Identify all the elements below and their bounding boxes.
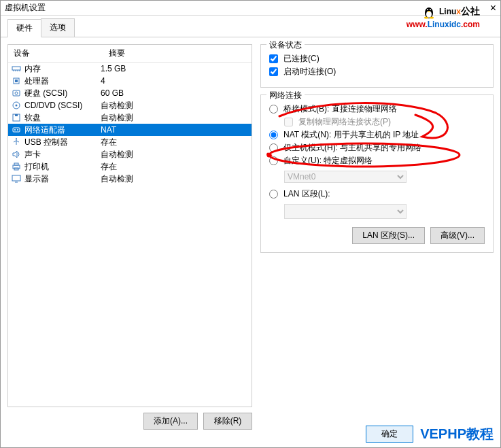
network-title: 网络连接 — [266, 90, 305, 101]
device-name: USB 控制器 — [24, 137, 68, 148]
floppy-icon — [11, 113, 22, 122]
device-row[interactable]: CD/DVD (SCSI) 自动检测 — [8, 99, 252, 111]
nat-label: NAT 模式(N): 用于共享主机的 IP 地址 — [283, 129, 419, 141]
device-name: 硬盘 (SCSI) — [24, 88, 67, 99]
logo-watermark: Linux公社 www.Linuxidc.com — [407, 2, 480, 29]
col-summary-header[interactable]: 摘要 — [103, 45, 252, 62]
bridged-radio[interactable] — [269, 105, 278, 114]
device-summary: 60 GB — [101, 88, 249, 98]
vmnet-select: VMnet0 — [284, 171, 407, 183]
connected-checkbox[interactable] — [269, 54, 278, 63]
device-row[interactable]: 网络适配器 NAT — [8, 124, 252, 136]
hostonly-radio[interactable] — [269, 143, 278, 152]
custom-radio[interactable] — [269, 156, 278, 165]
device-status-title: 设备状态 — [266, 39, 305, 51]
svg-rect-26 — [12, 175, 20, 181]
connected-label: 已连接(C) — [283, 53, 319, 65]
replicate-label: 复制物理网络连接状态(P) — [298, 116, 391, 128]
device-name: 处理器 — [24, 75, 49, 87]
bridged-label: 桥接模式(B): 直接连接物理网络 — [283, 103, 397, 115]
memory-icon — [11, 64, 22, 73]
device-name: 网络适配器 — [24, 124, 65, 136]
device-name: CD/DVD (SCSI) — [24, 101, 82, 110]
device-row[interactable]: 软盘 自动检测 — [8, 111, 252, 124]
lan-segment-select — [284, 204, 407, 219]
svg-point-3 — [430, 9, 431, 10]
replicate-checkbox — [284, 118, 293, 126]
device-row[interactable]: 硬盘 (SCSI) 60 GB — [8, 87, 252, 99]
remove-button[interactable]: 移除(R) — [203, 413, 252, 430]
usb-icon — [11, 137, 22, 147]
svg-point-22 — [16, 138, 17, 139]
device-name: 显示器 — [24, 173, 49, 185]
advanced-button[interactable]: 高级(V)... — [430, 227, 485, 244]
network-connection-group: 网络连接 桥接模式(B): 直接连接物理网络 复制物理网络连接状态(P) NAT… — [260, 94, 494, 253]
svg-point-4 — [424, 16, 428, 18]
device-summary: 存在 — [101, 161, 249, 173]
device-summary: 自动检测 — [101, 100, 249, 111]
ok-button[interactable]: 确定 — [366, 426, 413, 443]
svg-point-20 — [14, 129, 16, 131]
device-list: 设备 摘要 内存 1.5 GB 处理器 4 硬盘 (SCSI) 60 GB CD… — [7, 44, 252, 407]
lan-radio[interactable] — [269, 190, 278, 199]
nat-radio[interactable] — [269, 131, 278, 139]
svg-rect-24 — [14, 163, 18, 165]
connect-on-start-label: 启动时连接(O) — [283, 66, 336, 77]
device-summary: 自动检测 — [101, 173, 249, 185]
net-icon — [11, 125, 22, 135]
device-row[interactable]: USB 控制器 存在 — [8, 136, 252, 148]
svg-point-5 — [430, 16, 434, 18]
device-row[interactable]: 声卡 自动检测 — [8, 148, 252, 160]
device-summary: 4 — [101, 76, 249, 86]
device-name: 内存 — [24, 63, 41, 75]
device-status-group: 设备状态 已连接(C) 启动时连接(O) — [260, 44, 494, 88]
device-name: 软盘 — [24, 112, 41, 124]
vephp-watermark: VEPHP教程 — [420, 425, 494, 443]
lan-segment-button[interactable]: LAN 区段(S)... — [352, 227, 425, 244]
cpu-icon — [11, 76, 22, 86]
device-name: 声卡 — [24, 149, 41, 160]
device-name: 打印机 — [24, 161, 49, 173]
lan-label: LAN 区段(L): — [283, 188, 330, 200]
device-summary: 存在 — [101, 137, 249, 148]
hostonly-label: 仅主机模式(H): 与主机共享的专用网络 — [283, 142, 421, 154]
list-header: 设备 摘要 — [8, 45, 252, 63]
connect-on-start-checkbox[interactable] — [269, 67, 278, 76]
tab-options[interactable]: 选项 — [41, 18, 75, 37]
svg-rect-12 — [15, 80, 18, 82]
printer-icon — [11, 162, 22, 171]
svg-rect-18 — [15, 114, 18, 116]
svg-point-21 — [17, 129, 18, 131]
tab-hardware[interactable]: 硬件 — [7, 19, 41, 37]
svg-rect-13 — [13, 90, 20, 96]
add-button[interactable]: 添加(A)... — [143, 413, 198, 430]
custom-label: 自定义(U): 特定虚拟网络 — [283, 155, 373, 167]
display-icon — [11, 174, 22, 184]
sound-icon — [11, 150, 22, 159]
device-summary: 自动检测 — [101, 112, 249, 124]
device-row[interactable]: 内存 1.5 GB — [8, 63, 252, 75]
svg-rect-6 — [12, 67, 20, 70]
svg-rect-19 — [13, 128, 20, 132]
svg-point-14 — [15, 92, 18, 94]
cd-icon — [11, 101, 22, 110]
device-summary: 1.5 GB — [101, 64, 249, 73]
svg-point-16 — [16, 105, 18, 107]
svg-point-2 — [427, 9, 428, 10]
col-device-header[interactable]: 设备 — [8, 45, 103, 62]
penguin-icon — [422, 4, 436, 20]
close-icon[interactable]: × — [490, 2, 496, 14]
device-row[interactable]: 打印机 存在 — [8, 160, 252, 173]
window-title: 虚拟机设置 — [5, 2, 46, 14]
device-row[interactable]: 处理器 4 — [8, 75, 252, 87]
device-summary: 自动检测 — [101, 149, 249, 160]
disk-icon — [11, 88, 22, 98]
device-summary: NAT — [101, 125, 249, 135]
device-row[interactable]: 显示器 自动检测 — [8, 173, 252, 185]
